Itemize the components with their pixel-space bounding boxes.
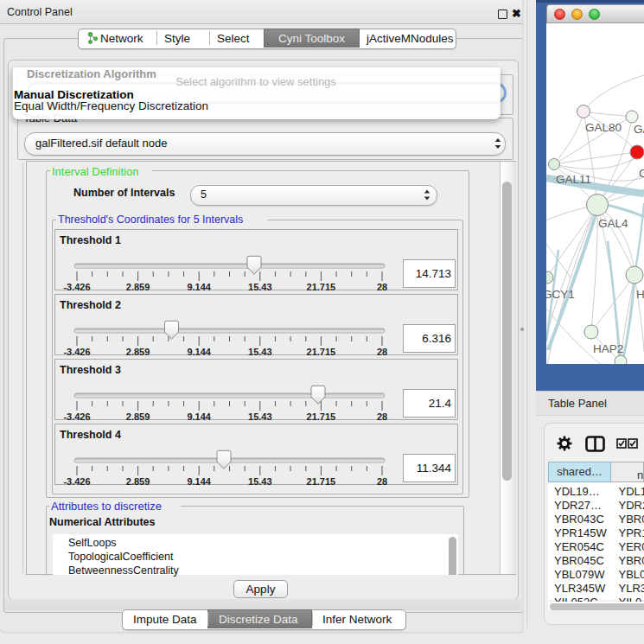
svg-text:21.715: 21.715 [307,347,336,355]
svg-text:15.43: 15.43 [248,411,272,420]
svg-text:GA: GA [634,123,644,136]
svg-text:2.859: 2.859 [126,282,150,290]
svg-text:21.715: 21.715 [307,411,336,420]
svg-text:GAL11: GAL11 [556,173,591,186]
svg-text:2.859: 2.859 [126,476,150,485]
svg-text:9.144: 9.144 [187,411,211,420]
svg-text:-3.426: -3.426 [63,282,90,290]
svg-text:Threshold 2: Threshold 2 [60,299,121,311]
svg-text:9.144: 9.144 [187,347,211,355]
svg-text:GAL80: GAL80 [585,121,622,134]
svg-text:-3.426: -3.426 [63,476,90,485]
svg-text:21.715: 21.715 [307,282,336,290]
svg-text:15.43: 15.43 [248,282,272,290]
svg-text:28: 28 [377,347,387,355]
svg-text:28: 28 [377,282,387,290]
svg-text:-3.426: -3.426 [63,347,90,355]
svg-text:Threshold 3: Threshold 3 [60,364,121,376]
svg-text:9.144: 9.144 [187,476,211,485]
svg-text:15.43: 15.43 [248,347,272,355]
svg-text:15.43: 15.43 [248,476,272,485]
svg-text:H: H [636,288,644,301]
svg-text:C: C [639,167,644,180]
svg-text:2.859: 2.859 [126,347,150,355]
svg-text:GAL4: GAL4 [598,217,628,230]
svg-text:21.715: 21.715 [307,476,336,485]
svg-text:Threshold 4: Threshold 4 [60,429,121,441]
svg-text:2.859: 2.859 [126,411,150,420]
svg-text:GCY1: GCY1 [546,288,575,301]
svg-text:Threshold 1: Threshold 1 [60,234,121,246]
svg-text:28: 28 [377,411,387,420]
svg-text:-3.426: -3.426 [63,411,90,420]
svg-text:HAP2: HAP2 [593,342,623,355]
svg-text:9.144: 9.144 [187,282,211,290]
svg-text:28: 28 [377,476,387,485]
